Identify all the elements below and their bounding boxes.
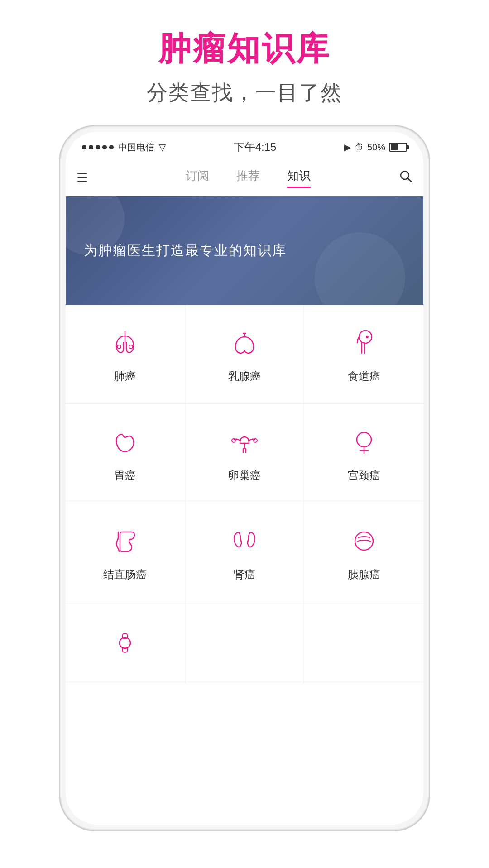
signal-dots	[82, 145, 114, 149]
hero-text: 为肿瘤医生打造最专业的知识库	[84, 241, 287, 260]
search-icon[interactable]	[399, 169, 412, 186]
hero-banner: 为肿瘤医生打造最专业的知识库	[66, 196, 423, 305]
grid-cell-kidney[interactable]: 肾癌	[185, 503, 305, 602]
kidney-label: 肾癌	[234, 567, 255, 582]
page-header: 肿瘤知识库 分类查找，一目了然	[147, 0, 342, 107]
svg-point-10	[357, 432, 371, 447]
kidney-icon	[226, 523, 263, 559]
pancreas-label: 胰腺癌	[348, 567, 380, 582]
svg-point-7	[366, 336, 368, 338]
colon-icon	[107, 523, 143, 559]
menu-icon[interactable]: ☰	[77, 172, 88, 184]
esophagus-label: 食道癌	[348, 369, 380, 384]
grid-cell-lymph[interactable]	[66, 602, 185, 684]
status-time: 下午4:15	[234, 140, 277, 154]
grid-cell-empty-2	[304, 602, 423, 684]
grid-row-2: 胃癌	[66, 404, 423, 503]
grid-cell-colon[interactable]: 结直肠癌	[66, 503, 185, 602]
pancreas-icon	[346, 523, 382, 559]
tab-recommend[interactable]: 推荐	[236, 168, 260, 188]
wifi-icon: ▽	[159, 142, 166, 153]
cancer-grid: 肺癌 乳腺癌	[66, 305, 423, 825]
page-title: 肿瘤知识库	[147, 27, 342, 71]
status-right: ▶ ⏱ 50%	[344, 142, 407, 153]
svg-point-6	[359, 331, 372, 343]
svg-point-8	[232, 439, 235, 442]
page-subtitle: 分类查找，一目了然	[147, 79, 342, 107]
svg-point-2	[117, 345, 121, 349]
grid-cell-breast[interactable]: 乳腺癌	[185, 305, 305, 403]
cervix-icon	[346, 424, 382, 460]
lymph-icon	[107, 625, 143, 661]
grid-row-4	[66, 602, 423, 684]
cervix-label: 宫颈癌	[348, 468, 380, 483]
grid-cell-stomach[interactable]: 胃癌	[66, 404, 185, 503]
svg-line-1	[408, 178, 411, 182]
lung-label: 肺癌	[114, 369, 136, 384]
status-left: 中国电信 ▽	[82, 141, 166, 153]
phone-inner: 中国电信 ▽ 下午4:15 ▶ ⏱ 50% ☰ 订阅 推荐 知识	[66, 132, 423, 825]
alarm-icon: ⏱	[355, 142, 364, 153]
tab-subscribe[interactable]: 订阅	[186, 168, 209, 188]
grid-cell-lung[interactable]: 肺癌	[66, 305, 185, 403]
battery-icon	[389, 143, 407, 152]
ovary-icon	[226, 424, 263, 460]
battery-percent: 50%	[367, 142, 385, 153]
tab-knowledge[interactable]: 知识	[287, 168, 311, 188]
ovary-label: 卵巢癌	[228, 468, 261, 483]
grid-row-1: 肺癌 乳腺癌	[66, 305, 423, 404]
grid-row-3: 结直肠癌 肾癌	[66, 503, 423, 602]
location-icon: ▶	[344, 142, 351, 153]
svg-point-3	[129, 345, 133, 349]
status-bar: 中国电信 ▽ 下午4:15 ▶ ⏱ 50%	[66, 132, 423, 160]
grid-cell-ovary[interactable]: 卵巢癌	[185, 404, 305, 503]
grid-cell-empty-1	[185, 602, 305, 684]
carrier-label: 中国电信	[118, 141, 154, 153]
stomach-icon	[107, 424, 143, 460]
breast-icon	[226, 325, 263, 361]
nav-tabs-center: 订阅 推荐 知识	[97, 168, 399, 188]
esophagus-icon	[346, 325, 382, 361]
grid-cell-esophagus[interactable]: 食道癌	[304, 305, 423, 403]
colon-label: 结直肠癌	[103, 567, 147, 582]
svg-point-9	[254, 439, 257, 442]
breast-label: 乳腺癌	[228, 369, 261, 384]
phone-frame: 中国电信 ▽ 下午4:15 ▶ ⏱ 50% ☰ 订阅 推荐 知识	[59, 125, 430, 831]
grid-cell-cervix[interactable]: 宫颈癌	[304, 404, 423, 503]
stomach-label: 胃癌	[114, 468, 136, 483]
lung-icon	[107, 325, 143, 361]
nav-tabs: ☰ 订阅 推荐 知识	[66, 160, 423, 196]
grid-cell-pancreas[interactable]: 胰腺癌	[304, 503, 423, 602]
